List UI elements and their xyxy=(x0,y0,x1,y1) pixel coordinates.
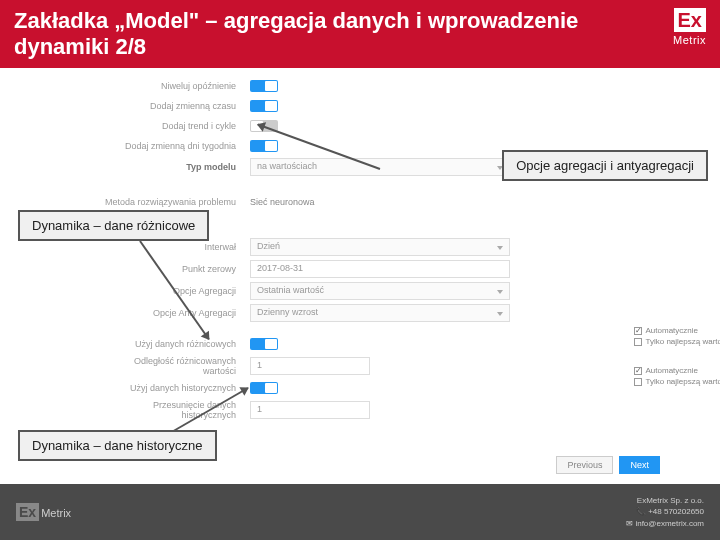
footer-company: ExMetrix Sp. z o.o. xyxy=(626,495,704,506)
check-best-1-label: Tylko najlepszą wartość xyxy=(646,337,720,346)
label-nivel: Niweluj opóźnienie xyxy=(100,81,250,91)
select-agreg[interactable]: Ostatnia wartość xyxy=(250,282,510,300)
footer-logo-text: Metrix xyxy=(41,507,71,519)
label-odleg: Odległość różnicowanych wartości xyxy=(100,356,250,376)
check-best-1[interactable] xyxy=(634,338,642,346)
select-antyagreg[interactable]: Dzienny wzrost xyxy=(250,304,510,322)
toggle-czasu[interactable] xyxy=(250,100,278,112)
label-typ: Typ modelu xyxy=(100,162,250,172)
header-logo: Ex Metrix xyxy=(673,8,706,46)
prev-button[interactable]: Previous xyxy=(556,456,613,474)
label-przes: Przesunięcie danych historycznych xyxy=(100,400,250,420)
next-button[interactable]: Next xyxy=(619,456,660,474)
value-metoda: Sieć neuronowa xyxy=(250,197,315,207)
label-hist: Użyj danych historycznych xyxy=(100,383,250,393)
check-best-2-label: Tylko najlepszą wartość xyxy=(646,377,720,386)
toggle-nivel[interactable] xyxy=(250,80,278,92)
slide-header: Zakładka „Model" – agregacja danych i wp… xyxy=(0,0,720,68)
check-auto-1-label: Automatycznie xyxy=(646,326,698,335)
toggle-hist[interactable] xyxy=(250,382,278,394)
footer-info: ExMetrix Sp. z o.o. 📞 +48 570202650 ✉ in… xyxy=(626,495,704,529)
check-best-2[interactable] xyxy=(634,378,642,386)
label-czasu: Dodaj zmienną czasu xyxy=(100,101,250,111)
form-area: Niweluj opóźnienie Dodaj zmienną czasu D… xyxy=(0,68,720,420)
select-interwal[interactable]: Dzień xyxy=(250,238,510,256)
check-auto-2-label: Automatycznie xyxy=(646,366,698,375)
footer-logo-mark: Ex xyxy=(16,503,39,521)
nav-buttons: Previous Next xyxy=(556,456,660,474)
label-roznic: Użyj danych różnicowych xyxy=(100,339,250,349)
label-interwal: Interwał xyxy=(100,242,250,252)
label-metoda: Metoda rozwiązywania problemu xyxy=(100,197,250,207)
slide-footer: ExMetrix ExMetrix Sp. z o.o. 📞 +48 57020… xyxy=(0,484,720,540)
toggle-tygodnia[interactable] xyxy=(250,140,278,152)
input-punkt[interactable]: 2017-08-31 xyxy=(250,260,510,278)
input-odleg[interactable]: 1 xyxy=(250,357,370,375)
footer-logo: ExMetrix xyxy=(16,504,71,520)
label-trend: Dodaj trend i cykle xyxy=(100,121,250,131)
callout-historyczne: Dynamika – dane historyczne xyxy=(18,430,217,461)
input-przes[interactable]: 1 xyxy=(250,401,370,419)
side-checks-1: Automatycznie Tylko najlepszą wartość xyxy=(634,326,720,346)
logo-mark: Ex xyxy=(674,8,706,32)
footer-email: info@exmetrix.com xyxy=(635,519,704,528)
footer-phone: +48 570202650 xyxy=(648,507,704,516)
callout-agregacja: Opcje agregacji i antyagregacji xyxy=(502,150,708,181)
slide-title: Zakładka „Model" – agregacja danych i wp… xyxy=(14,8,594,61)
check-auto-2[interactable] xyxy=(634,367,642,375)
label-antyagreg: Opcje Anty Agregacji xyxy=(100,308,250,318)
logo-text: Metrix xyxy=(673,34,706,46)
check-auto-1[interactable] xyxy=(634,327,642,335)
toggle-roznic[interactable] xyxy=(250,338,278,350)
side-checks-2: Automatycznie Tylko najlepszą wartość xyxy=(634,366,720,386)
label-tygodnia: Dodaj zmienną dni tygodnia xyxy=(100,141,250,151)
callout-roznicowe: Dynamika – dane różnicowe xyxy=(18,210,209,241)
label-punkt: Punkt zerowy xyxy=(100,264,250,274)
